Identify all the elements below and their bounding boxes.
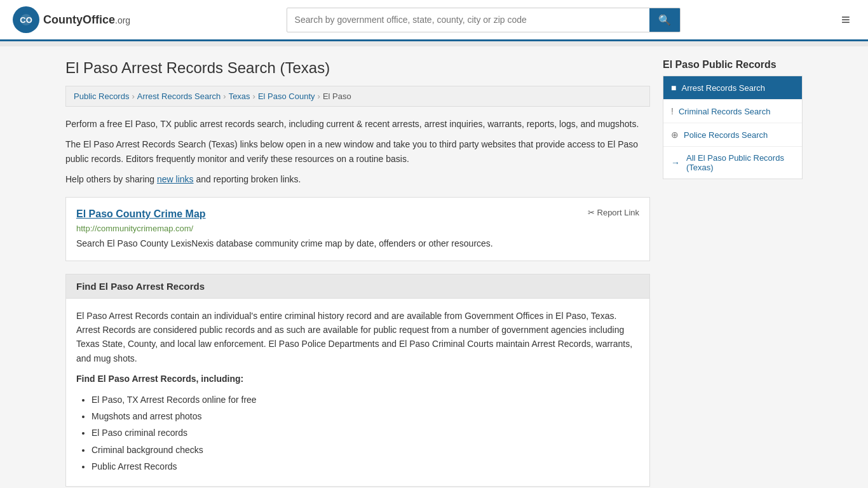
global-search-bar: 🔍 bbox=[287, 8, 681, 32]
sidebar-nav: ■ Arrest Records Search ! Criminal Recor… bbox=[663, 76, 803, 179]
link-card-url: http://communitycrimemap.com/ bbox=[76, 224, 639, 233]
report-icon: ✂ bbox=[588, 208, 595, 217]
sidebar-label-all: All El Paso Public Records (Texas) bbox=[686, 153, 794, 172]
exclamation-icon: ! bbox=[671, 106, 674, 116]
sidebar-item-all-records[interactable]: → All El Paso Public Records (Texas) bbox=[663, 147, 802, 179]
search-input[interactable] bbox=[287, 10, 649, 30]
sidebar-label-criminal: Criminal Records Search bbox=[679, 107, 771, 116]
desc3-pre: Help others by sharing bbox=[65, 174, 157, 184]
report-label: Report Link bbox=[597, 208, 639, 217]
breadcrumb-texas[interactable]: Texas bbox=[229, 92, 250, 101]
new-links-link[interactable]: new links bbox=[157, 174, 194, 184]
sidebar: El Paso Public Records ■ Arrest Records … bbox=[663, 59, 803, 487]
link-card-description: Search El Paso County LexisNexis databas… bbox=[76, 237, 639, 250]
page-title: El Paso Arrest Records Search (Texas) bbox=[65, 59, 650, 77]
description-3: Help others by sharing new links and rep… bbox=[65, 172, 650, 186]
find-list: El Paso, TX Arrest Records online for fr… bbox=[92, 393, 639, 474]
target-icon: ⊕ bbox=[671, 130, 679, 140]
find-section-body: El Paso Arrest Records contain an indivi… bbox=[66, 299, 649, 487]
list-item: El Paso, TX Arrest Records online for fr… bbox=[92, 393, 639, 407]
sidebar-item-criminal-records[interactable]: ! Criminal Records Search bbox=[663, 100, 802, 123]
arrow-icon: → bbox=[671, 158, 680, 168]
sidebar-title: El Paso Public Records bbox=[663, 59, 803, 71]
list-item: El Paso criminal records bbox=[92, 426, 639, 440]
find-section: Find El Paso Arrest Records El Paso Arre… bbox=[65, 274, 650, 487]
content-area: El Paso Arrest Records Search (Texas) Pu… bbox=[65, 59, 650, 487]
description-1: Perform a free El Paso, TX public arrest… bbox=[65, 117, 650, 131]
search-icon: 🔍 bbox=[658, 15, 671, 25]
main-container: El Paso Arrest Records Search (Texas) Pu… bbox=[53, 46, 815, 488]
logo-icon: CO bbox=[13, 6, 39, 33]
desc3-post: and reporting broken links. bbox=[194, 174, 301, 184]
search-button[interactable]: 🔍 bbox=[649, 8, 680, 32]
find-subheader: Find El Paso Arrest Records, including: bbox=[76, 372, 639, 386]
breadcrumb-public-records[interactable]: Public Records bbox=[74, 92, 129, 101]
logo-text: CountyOffice.org bbox=[43, 13, 130, 27]
link-card: El Paso County Crime Map ✂ Report Link h… bbox=[65, 197, 650, 261]
sidebar-item-arrest-records[interactable]: ■ Arrest Records Search bbox=[663, 76, 802, 100]
sep2: › bbox=[223, 92, 226, 101]
header: CO CountyOffice.org 🔍 ≡ bbox=[0, 0, 868, 41]
logo-area: CO CountyOffice.org bbox=[13, 6, 130, 33]
list-item: Criminal background checks bbox=[92, 443, 639, 457]
report-link-button[interactable]: ✂ Report Link bbox=[588, 208, 639, 217]
sep1: › bbox=[132, 92, 134, 101]
description-2: The El Paso Arrest Records Search (Texas… bbox=[65, 137, 650, 166]
sidebar-label-police: Police Records Search bbox=[684, 130, 768, 140]
subheader-bar bbox=[0, 41, 868, 46]
link-card-title: El Paso County Crime Map bbox=[76, 208, 206, 220]
link-card-header: El Paso County Crime Map ✂ Report Link bbox=[76, 208, 639, 220]
list-item: Public Arrest Records bbox=[92, 459, 639, 473]
breadcrumb-el-paso-county[interactable]: El Paso County bbox=[258, 92, 315, 101]
menu-button[interactable]: ≡ bbox=[836, 8, 855, 31]
list-item: Mugshots and arrest photos bbox=[92, 409, 639, 423]
square-icon: ■ bbox=[671, 83, 676, 93]
sep3: › bbox=[253, 92, 255, 101]
breadcrumb-arrest-records[interactable]: Arrest Records Search bbox=[137, 92, 221, 101]
find-section-header: Find El Paso Arrest Records bbox=[66, 274, 649, 299]
breadcrumb-el-paso: El Paso bbox=[323, 92, 351, 101]
sep4: › bbox=[318, 92, 320, 101]
sidebar-label-arrest: Arrest Records Search bbox=[681, 83, 765, 93]
sidebar-item-police-records[interactable]: ⊕ Police Records Search bbox=[663, 123, 802, 147]
breadcrumb: Public Records › Arrest Records Search ›… bbox=[65, 86, 650, 107]
svg-text:CO: CO bbox=[20, 15, 32, 25]
find-para1: El Paso Arrest Records contain an indivi… bbox=[76, 309, 639, 366]
link-card-title-link[interactable]: El Paso County Crime Map bbox=[76, 208, 206, 219]
